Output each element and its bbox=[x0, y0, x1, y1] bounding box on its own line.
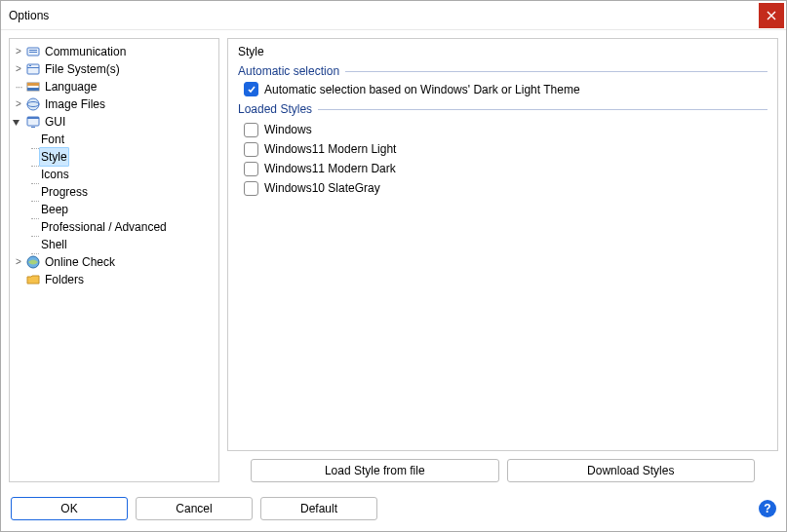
tree-item-gui[interactable]: GUI bbox=[12, 113, 216, 131]
tree-item-filesystems[interactable]: > File System(s) bbox=[12, 60, 216, 78]
svg-point-9 bbox=[27, 98, 39, 110]
expand-icon[interactable]: > bbox=[12, 60, 25, 78]
style-option[interactable]: Windows10 SlateGray bbox=[244, 178, 767, 198]
panel-title: Style bbox=[238, 45, 767, 58]
svg-rect-3 bbox=[27, 64, 39, 74]
svg-rect-8 bbox=[27, 88, 39, 91]
style-option[interactable]: Windows11 Modern Light bbox=[244, 139, 767, 159]
expand-icon[interactable]: > bbox=[12, 253, 25, 271]
download-styles-button[interactable]: Download Styles bbox=[507, 459, 756, 482]
tree-item-beep[interactable]: Beep bbox=[12, 201, 216, 218]
collapse-icon[interactable] bbox=[12, 118, 25, 127]
style-option-label: Windows10 SlateGray bbox=[264, 181, 380, 195]
nav-tree[interactable]: > Communication > File System(s) ··· Lan… bbox=[9, 38, 219, 482]
style-option-label: Windows11 Modern Light bbox=[264, 142, 396, 156]
checkbox-icon bbox=[244, 123, 258, 137]
tree-item-language[interactable]: ··· Language bbox=[12, 78, 216, 95]
style-option-label: Windows11 Modern Dark bbox=[264, 162, 396, 175]
tree-item-style[interactable]: Style bbox=[12, 148, 216, 166]
style-option-label: Windows bbox=[264, 123, 312, 136]
checkbox-icon bbox=[244, 181, 258, 196]
dialog-body: > Communication > File System(s) ··· Lan… bbox=[1, 30, 786, 490]
ok-button[interactable]: OK bbox=[11, 497, 128, 520]
load-style-button[interactable]: Load Style from file bbox=[251, 459, 499, 482]
close-button[interactable] bbox=[759, 3, 784, 28]
content-column: Style Automatic selection Automatic sele… bbox=[227, 38, 778, 482]
gui-icon bbox=[25, 114, 41, 130]
svg-rect-13 bbox=[31, 127, 35, 128]
tree-item-pro[interactable]: Professional / Advanced bbox=[12, 218, 216, 236]
svg-rect-4 bbox=[27, 67, 39, 68]
checkbox-icon bbox=[244, 82, 258, 96]
tree-item-folders[interactable]: Folders bbox=[12, 271, 216, 288]
svg-rect-2 bbox=[29, 52, 37, 53]
expand-icon[interactable]: > bbox=[12, 95, 25, 113]
svg-rect-5 bbox=[29, 65, 31, 66]
style-option[interactable]: Windows bbox=[244, 120, 767, 139]
panel-button-row: Load Style from file Download Styles bbox=[227, 459, 778, 482]
tree-item-font[interactable]: Font bbox=[12, 131, 216, 148]
help-icon: ? bbox=[764, 502, 770, 515]
options-dialog: Options > Communication > File System(s) bbox=[0, 0, 787, 532]
window-title: Options bbox=[9, 9, 759, 22]
tree-item-onlinecheck[interactable]: > Online Check bbox=[12, 253, 216, 271]
checkbox-label: Automatic selection based on Windows' Da… bbox=[264, 83, 580, 96]
style-option[interactable]: Windows11 Modern Dark bbox=[244, 159, 767, 178]
close-icon bbox=[767, 11, 776, 20]
tree-item-icons[interactable]: Icons bbox=[12, 166, 216, 183]
svg-rect-1 bbox=[29, 50, 37, 51]
titlebar: Options bbox=[1, 1, 786, 30]
expand-icon[interactable]: > bbox=[12, 43, 25, 60]
communication-icon bbox=[25, 44, 41, 59]
help-button[interactable]: ? bbox=[759, 500, 776, 517]
group-automatic-selection: Automatic selection bbox=[238, 64, 767, 78]
tree-item-communication[interactable]: > Communication bbox=[12, 43, 216, 60]
tree-item-shell[interactable]: Shell bbox=[12, 236, 216, 253]
language-icon bbox=[25, 79, 41, 95]
default-button[interactable]: Default bbox=[260, 497, 377, 520]
checkbox-auto-theme[interactable]: Automatic selection based on Windows' Da… bbox=[244, 82, 767, 96]
dialog-footer: OK Cancel Default ? bbox=[1, 490, 786, 531]
folders-icon bbox=[25, 272, 41, 287]
cancel-button[interactable]: Cancel bbox=[136, 497, 253, 520]
svg-rect-7 bbox=[27, 83, 39, 86]
style-panel: Style Automatic selection Automatic sele… bbox=[227, 38, 778, 451]
onlinecheck-icon bbox=[25, 254, 41, 270]
checkbox-icon bbox=[244, 142, 258, 157]
svg-rect-12 bbox=[27, 117, 39, 119]
style-list: WindowsWindows11 Modern LightWindows11 M… bbox=[244, 120, 767, 198]
tree-item-progress[interactable]: Progress bbox=[12, 183, 216, 201]
checkbox-icon bbox=[244, 162, 258, 176]
filesystems-icon bbox=[25, 61, 41, 77]
tree-item-imagefiles[interactable]: > Image Files bbox=[12, 95, 216, 113]
imagefiles-icon bbox=[25, 96, 41, 112]
group-loaded-styles: Loaded Styles bbox=[238, 102, 767, 116]
